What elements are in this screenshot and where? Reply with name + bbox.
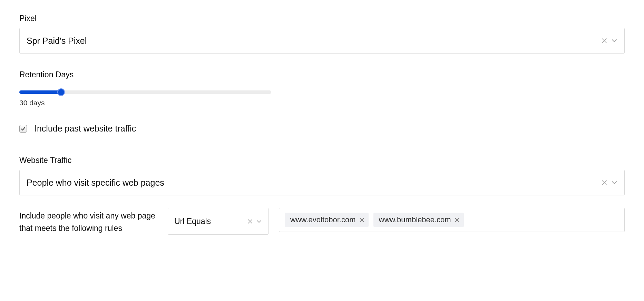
chevron-down-icon[interactable] (256, 219, 262, 224)
pixel-label: Pixel (19, 14, 625, 23)
url-tag-label: www.bumblebee.com (379, 215, 451, 224)
form-root: Pixel Spr Paid's Pixel Retention Days 30… (0, 0, 644, 249)
website-traffic-label: Website Traffic (19, 156, 625, 165)
include-past-label: Include past website traffic (35, 124, 136, 134)
website-traffic-value: People who visit specific web pages (27, 178, 602, 188)
url-rule-row: Include people who visit any web page th… (19, 208, 625, 235)
slider-fill (19, 90, 61, 94)
pixel-select-value: Spr Paid's Pixel (27, 36, 602, 46)
retention-caption: 30 days (19, 99, 271, 107)
clear-icon[interactable] (602, 180, 607, 185)
url-tag: www.bumblebee.com (373, 213, 464, 227)
website-traffic-select[interactable]: People who visit specific web pages (19, 170, 625, 195)
rule-condition-value: Url Equals (174, 217, 247, 226)
clear-icon[interactable] (247, 219, 253, 224)
pixel-select-actions (602, 38, 617, 44)
url-tag: www.evoltobor.com (285, 213, 369, 227)
url-tag-label: www.evoltobor.com (290, 215, 356, 224)
clear-icon[interactable] (602, 38, 607, 43)
retention-slider[interactable]: 30 days (19, 84, 271, 107)
rule-description: Include people who visit any web page th… (19, 208, 157, 234)
rule-condition-select[interactable]: Url Equals (168, 208, 269, 235)
url-tags-input[interactable]: www.evoltobor.com www.bumblebee.com (279, 208, 625, 232)
close-icon[interactable] (359, 217, 364, 223)
include-past-row: Include past website traffic (19, 124, 625, 134)
include-past-checkbox[interactable] (19, 125, 27, 133)
chevron-down-icon[interactable] (611, 38, 617, 44)
rule-condition-actions (247, 219, 262, 224)
slider-track[interactable] (19, 90, 271, 94)
chevron-down-icon[interactable] (611, 179, 617, 186)
close-icon[interactable] (455, 217, 460, 223)
retention-label: Retention Days (19, 70, 625, 79)
slider-thumb[interactable] (57, 88, 65, 96)
pixel-select[interactable]: Spr Paid's Pixel (19, 28, 625, 54)
website-traffic-actions (602, 179, 617, 186)
